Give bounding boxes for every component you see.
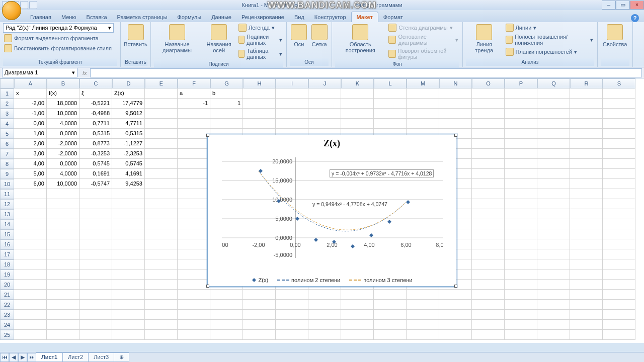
cell[interactable]: -0,5747 (79, 179, 112, 189)
cell[interactable]: 4,7711 (112, 119, 145, 129)
cell[interactable] (537, 139, 570, 149)
cell[interactable] (178, 199, 210, 209)
cell[interactable] (570, 269, 603, 280)
cell[interactable] (14, 189, 47, 199)
cell[interactable]: 1,00 (14, 129, 47, 139)
cell[interactable] (341, 109, 374, 119)
cell[interactable] (537, 259, 570, 269)
ribbon-tab[interactable]: Конструктор (309, 12, 351, 22)
cell[interactable] (472, 159, 505, 169)
cell[interactable] (210, 320, 243, 330)
cell[interactable] (505, 199, 537, 209)
cell[interactable] (14, 199, 47, 209)
cell[interactable] (603, 139, 635, 149)
cell[interactable] (145, 149, 178, 159)
row-header[interactable]: 8 (0, 159, 14, 169)
cell[interactable] (112, 239, 145, 249)
cell[interactable] (537, 280, 570, 290)
cell[interactable] (570, 139, 603, 149)
cell[interactable] (79, 249, 112, 259)
cell[interactable] (603, 119, 635, 129)
gridlines-button[interactable]: Сетка (310, 23, 329, 48)
ribbon-tab[interactable]: Формат (378, 12, 408, 22)
cell[interactable]: 10,0000 (47, 109, 79, 119)
cell[interactable] (537, 159, 570, 169)
cell[interactable] (308, 99, 341, 109)
cell[interactable]: 6,00 (14, 179, 47, 189)
cell[interactable] (537, 189, 570, 199)
cell[interactable] (472, 219, 505, 229)
cell[interactable] (570, 229, 603, 239)
cell[interactable] (145, 290, 178, 300)
cell[interactable] (341, 99, 374, 109)
cell[interactable] (603, 239, 635, 249)
col-header[interactable]: I (276, 78, 308, 88)
cell[interactable] (14, 249, 47, 259)
cell[interactable]: 4,0000 (47, 169, 79, 179)
row-header[interactable]: 13 (0, 209, 14, 219)
cell[interactable] (308, 109, 341, 119)
cell[interactable] (537, 249, 570, 259)
cell[interactable] (47, 249, 79, 259)
cell[interactable] (79, 199, 112, 209)
cell[interactable]: -1,1227 (112, 139, 145, 149)
cell[interactable] (537, 310, 570, 320)
cell[interactable] (341, 290, 374, 300)
axes-button[interactable]: Оси (290, 23, 308, 48)
cell[interactable] (276, 109, 308, 119)
cell[interactable] (79, 320, 112, 330)
cell[interactable] (178, 149, 210, 159)
cell[interactable] (472, 99, 505, 109)
cell[interactable] (407, 300, 439, 310)
cell[interactable] (407, 99, 439, 109)
cell[interactable] (79, 219, 112, 229)
cell[interactable] (145, 239, 178, 249)
cell[interactable]: 0,8773 (79, 139, 112, 149)
cell[interactable] (505, 159, 537, 169)
plot-area-button[interactable]: Область построения (335, 23, 385, 54)
cell[interactable] (472, 119, 505, 129)
cell[interactable] (47, 320, 79, 330)
cell[interactable] (178, 330, 210, 340)
cell[interactable] (112, 249, 145, 259)
cell[interactable] (210, 290, 243, 300)
trendline-eq-2[interactable]: y = 0,9494x² - 4,7708x + 4,0747 (311, 201, 389, 208)
row-header[interactable]: 3 (0, 109, 14, 119)
cell[interactable] (537, 239, 570, 249)
select-all[interactable] (0, 78, 14, 88)
cell[interactable] (537, 179, 570, 189)
row-header[interactable]: 16 (0, 239, 14, 249)
cell[interactable] (570, 149, 603, 159)
cell[interactable] (341, 119, 374, 129)
cell[interactable]: 10,0000 (47, 179, 79, 189)
cell[interactable] (570, 109, 603, 119)
cell[interactable] (145, 209, 178, 219)
ribbon-tab[interactable]: Вставка (82, 12, 112, 22)
cell[interactable]: 4,1691 (112, 169, 145, 179)
cell[interactable] (145, 88, 178, 99)
cell[interactable]: -0,5221 (79, 99, 112, 109)
cell[interactable] (570, 129, 603, 139)
sheet-nav-next[interactable]: ▶ (18, 353, 27, 362)
cell[interactable] (472, 189, 505, 199)
cell[interactable] (178, 269, 210, 280)
cell[interactable] (14, 290, 47, 300)
cell[interactable]: 0,5745 (79, 159, 112, 169)
col-header[interactable]: G (210, 78, 243, 88)
cell[interactable] (47, 290, 79, 300)
axis-titles-button[interactable]: Названия осей (202, 23, 235, 54)
cell[interactable] (112, 290, 145, 300)
row-header[interactable]: 25 (0, 330, 14, 340)
cell[interactable] (112, 189, 145, 199)
cell[interactable]: 9,5012 (112, 109, 145, 119)
cell[interactable] (243, 330, 276, 340)
cell[interactable] (112, 300, 145, 310)
cell[interactable] (472, 300, 505, 310)
row-header[interactable]: 14 (0, 219, 14, 229)
cell[interactable] (341, 310, 374, 320)
cell[interactable] (178, 249, 210, 259)
cell[interactable] (407, 109, 439, 119)
cell[interactable]: 0,00 (14, 119, 47, 129)
cell[interactable] (145, 199, 178, 209)
cell[interactable] (112, 209, 145, 219)
